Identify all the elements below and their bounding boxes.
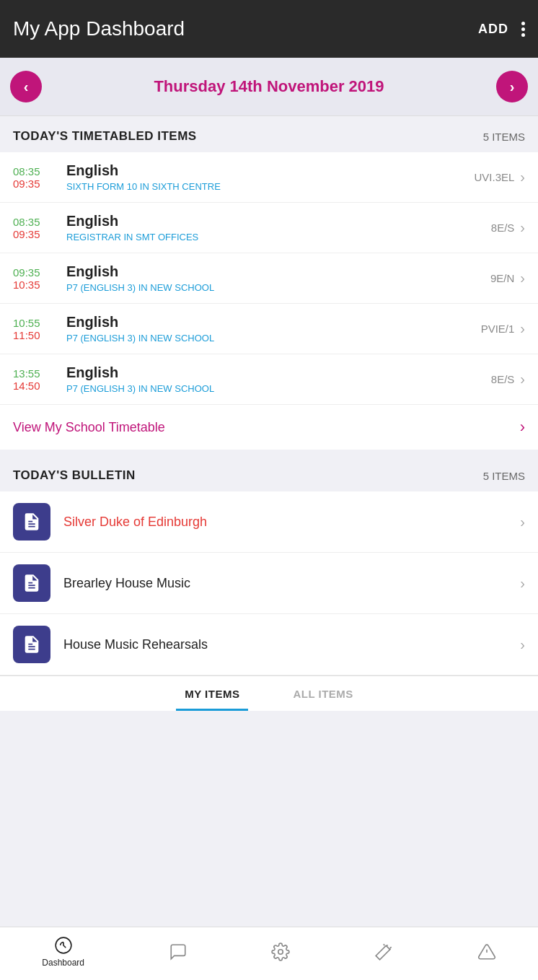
bulletin-item-title: Silver Duke of Edinburgh <box>63 515 520 530</box>
add-button[interactable]: ADD <box>478 22 508 37</box>
time-block: 09:35 10:35 <box>13 266 56 291</box>
bulletin-header: TODAY'S BULLETIN 5 ITEMS <box>0 455 538 491</box>
time-end: 14:50 <box>13 380 56 392</box>
view-timetable-link[interactable]: View My School Timetable › <box>0 405 538 450</box>
item-info: English REGISTRAR IN SMT OFFICES <box>66 213 491 242</box>
item-subject: English <box>66 364 491 381</box>
chevron-right-icon: › <box>520 320 525 337</box>
chevron-right-icon: › <box>510 79 515 95</box>
item-location: P7 (ENGLISH 3) IN NEW SCHOOL <box>66 333 481 344</box>
chevron-right-icon: › <box>520 514 525 530</box>
chevron-right-icon: › <box>520 575 525 592</box>
nav-item-settings[interactable] <box>271 942 290 961</box>
bulletin-icon <box>13 564 50 602</box>
time-end: 11:50 <box>13 329 56 341</box>
item-info: English P7 (ENGLISH 3) IN NEW SCHOOL <box>66 364 491 394</box>
app-header: My App Dashboard ADD <box>0 0 538 58</box>
timetable-item[interactable]: 10:55 11:50 English P7 (ENGLISH 3) IN NE… <box>0 304 538 354</box>
time-start: 10:55 <box>13 317 56 329</box>
chevron-left-icon: ‹ <box>24 79 29 95</box>
chevron-right-icon: › <box>520 219 525 236</box>
item-subject: English <box>66 162 474 179</box>
header-actions: ADD <box>478 22 525 37</box>
nav-item-chat[interactable] <box>169 942 188 961</box>
bulletin-item-title: House Music Rehearsals <box>63 637 520 652</box>
timetable-title: TODAY'S TIMETABLED ITEMS <box>13 129 197 144</box>
item-code: 8E/S › <box>491 219 525 236</box>
bulletin-icon <box>13 626 50 663</box>
time-start: 08:35 <box>13 165 56 178</box>
timetable-section: TODAY'S TIMETABLED ITEMS 5 ITEMS 08:35 0… <box>0 116 538 450</box>
item-code: UVI.3EL › <box>474 169 525 185</box>
chevron-right-icon: › <box>520 169 525 185</box>
timetable-item[interactable]: 08:35 09:35 English REGISTRAR IN SMT OFF… <box>0 203 538 253</box>
time-end: 09:35 <box>13 228 56 240</box>
item-location: P7 (ENGLISH 3) IN NEW SCHOOL <box>66 383 491 394</box>
time-end: 09:35 <box>13 178 56 190</box>
prev-date-button[interactable]: ‹ <box>10 71 42 102</box>
bulletin-count: 5 ITEMS <box>483 470 525 482</box>
current-date: Thursday 14th November 2019 <box>154 77 384 96</box>
warning-icon <box>477 942 496 961</box>
dot <box>521 33 525 37</box>
bulletin-item[interactable]: Brearley House Music › <box>0 553 538 614</box>
next-date-button[interactable]: › <box>496 71 528 102</box>
dashboard-icon <box>54 936 73 955</box>
item-subject: English <box>66 263 490 280</box>
item-subject: English <box>66 213 491 229</box>
time-start: 13:55 <box>13 367 56 380</box>
item-info: English P7 (ENGLISH 3) IN NEW SCHOOL <box>66 263 490 293</box>
timetable-count: 5 ITEMS <box>483 131 525 143</box>
chevron-right-icon: › <box>520 371 525 388</box>
more-menu-button[interactable] <box>521 22 525 37</box>
dot <box>521 27 525 31</box>
nav-item-wand[interactable] <box>374 942 393 961</box>
timetable-item[interactable]: 08:35 09:35 English SIXTH FORM 10 IN SIX… <box>0 152 538 203</box>
bulletin-item-title: Brearley House Music <box>63 576 520 591</box>
nav-item-dashboard[interactable]: Dashboard <box>42 936 84 968</box>
document-icon <box>22 573 42 593</box>
svg-point-1 <box>278 949 283 954</box>
settings-icon <box>271 942 290 961</box>
item-code: 8E/S › <box>491 371 525 388</box>
bulletin-icon <box>13 503 50 541</box>
bulletin-tabs: MY ITEMS ALL ITEMS <box>0 675 538 711</box>
time-start: 08:35 <box>13 216 56 228</box>
timetable-item[interactable]: 09:35 10:35 English P7 (ENGLISH 3) IN NE… <box>0 253 538 304</box>
item-code: 9E/N › <box>490 270 525 286</box>
time-start: 09:35 <box>13 266 56 279</box>
bulletin-section: TODAY'S BULLETIN 5 ITEMS Silver Duke of … <box>0 455 538 711</box>
time-block: 10:55 11:50 <box>13 317 56 341</box>
document-icon <box>22 634 42 655</box>
bulletin-title: TODAY'S BULLETIN <box>13 468 136 483</box>
item-info: English SIXTH FORM 10 IN SIXTH CENTRE <box>66 162 474 192</box>
item-code: PVIE/1 › <box>481 320 525 337</box>
tab-all-items[interactable]: ALL ITEMS <box>284 676 361 711</box>
chevron-right-icon: › <box>520 418 525 437</box>
time-block: 08:35 09:35 <box>13 216 56 240</box>
item-location: REGISTRAR IN SMT OFFICES <box>66 232 491 242</box>
dot <box>521 22 525 25</box>
chevron-right-icon: › <box>520 636 525 653</box>
chevron-right-icon: › <box>520 270 525 286</box>
time-end: 10:35 <box>13 279 56 291</box>
app-title: My App Dashboard <box>13 17 185 40</box>
time-block: 13:55 14:50 <box>13 367 56 392</box>
bulletin-item[interactable]: Silver Duke of Edinburgh › <box>0 491 538 553</box>
document-icon <box>22 512 42 532</box>
wand-icon <box>374 942 393 961</box>
timetable-header: TODAY'S TIMETABLED ITEMS 5 ITEMS <box>0 116 538 152</box>
time-block: 08:35 09:35 <box>13 165 56 190</box>
nav-item-warning[interactable] <box>477 942 496 961</box>
item-subject: English <box>66 314 481 331</box>
tab-my-items[interactable]: MY ITEMS <box>176 676 248 711</box>
date-navigation: ‹ Thursday 14th November 2019 › <box>0 58 538 116</box>
chat-icon <box>169 942 188 961</box>
bottom-navigation: Dashboard <box>0 927 538 980</box>
bulletin-item[interactable]: House Music Rehearsals › <box>0 614 538 675</box>
item-info: English P7 (ENGLISH 3) IN NEW SCHOOL <box>66 314 481 344</box>
item-location: P7 (ENGLISH 3) IN NEW SCHOOL <box>66 282 490 293</box>
item-location: SIXTH FORM 10 IN SIXTH CENTRE <box>66 181 474 192</box>
timetable-item[interactable]: 13:55 14:50 English P7 (ENGLISH 3) IN NE… <box>0 354 538 405</box>
